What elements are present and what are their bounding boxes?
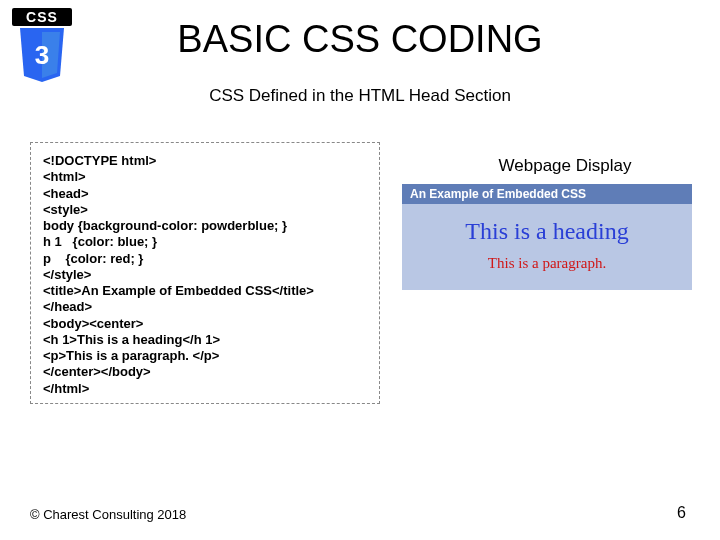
footer-page-number: 6 xyxy=(677,504,686,522)
code-line: h 1 {color: blue; } xyxy=(43,234,367,250)
code-line: <head> xyxy=(43,186,367,202)
code-line: <h 1>This is a heading</h 1> xyxy=(43,332,367,348)
preview-paragraph: This is a paragraph. xyxy=(402,255,692,272)
page-subtitle: CSS Defined in the HTML Head Section xyxy=(0,86,720,106)
code-block: <!DOCTYPE html> <html> <head> <style> bo… xyxy=(30,142,380,404)
code-line: <style> xyxy=(43,202,367,218)
code-line: <html> xyxy=(43,169,367,185)
code-line: </html> xyxy=(43,381,367,397)
preview-label: Webpage Display xyxy=(440,156,690,176)
page-title: BASIC CSS CODING xyxy=(0,18,720,61)
code-line: <body><center> xyxy=(43,316,367,332)
code-line: <p>This is a paragraph. </p> xyxy=(43,348,367,364)
code-line: </center></body> xyxy=(43,364,367,380)
browser-preview: An Example of Embedded CSS This is a hea… xyxy=(402,184,692,290)
code-line: <!DOCTYPE html> xyxy=(43,153,367,169)
preview-heading: This is a heading xyxy=(402,218,692,245)
preview-titlebar: An Example of Embedded CSS xyxy=(402,184,692,204)
code-line: </head> xyxy=(43,299,367,315)
code-line: <title>An Example of Embedded CSS</title… xyxy=(43,283,367,299)
footer-copyright: © Charest Consulting 2018 xyxy=(30,507,186,522)
code-line: </style> xyxy=(43,267,367,283)
code-line: body {background-color: powderblue; } xyxy=(43,218,367,234)
code-line: p {color: red; } xyxy=(43,251,367,267)
